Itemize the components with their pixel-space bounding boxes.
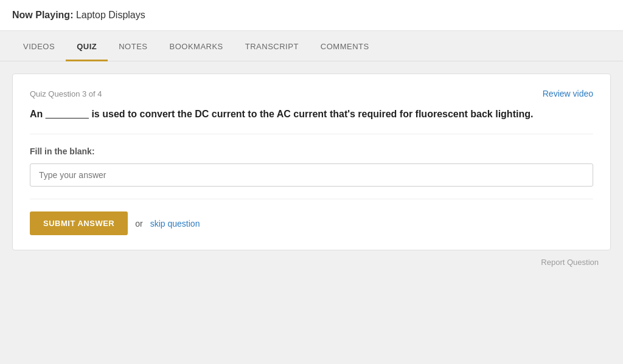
submit-answer-button[interactable]: SUBMIT ANSWER bbox=[30, 211, 128, 235]
now-playing-label: Now Playing: bbox=[12, 10, 73, 20]
tabs-bar: VIDEOS QUIZ NOTES BOOKMARKS TRANSCRIPT C… bbox=[0, 31, 623, 61]
question-part1: An bbox=[30, 109, 43, 119]
tab-quiz[interactable]: QUIZ bbox=[66, 31, 108, 61]
answer-input[interactable] bbox=[30, 163, 593, 187]
tab-transcript[interactable]: TRANSCRIPT bbox=[234, 31, 310, 61]
tab-notes[interactable]: NOTES bbox=[108, 31, 158, 61]
question-part2: is used to convert the DC current to the… bbox=[91, 109, 533, 119]
tab-videos[interactable]: VIDEOS bbox=[12, 31, 66, 61]
actions-row: SUBMIT ANSWER or skip question bbox=[30, 211, 593, 235]
now-playing-title: Laptop Displays bbox=[76, 10, 145, 20]
fill-in-label: Fill in the blank: bbox=[30, 146, 593, 156]
quiz-question: An ________ is used to convert the DC cu… bbox=[30, 107, 593, 134]
or-text: or bbox=[135, 219, 142, 228]
divider bbox=[30, 199, 593, 199]
report-row: Report Question bbox=[12, 250, 611, 274]
report-question-link[interactable]: Report Question bbox=[541, 258, 599, 267]
top-bar: Now Playing: Laptop Displays bbox=[0, 0, 623, 31]
quiz-header: Quiz Question 3 of 4 Review video bbox=[30, 89, 593, 98]
review-video-link[interactable]: Review video bbox=[543, 89, 593, 98]
question-blank: ________ bbox=[46, 109, 89, 119]
main-content: Quiz Question 3 of 4 Review video An ___… bbox=[0, 61, 623, 353]
quiz-progress: Quiz Question 3 of 4 bbox=[30, 89, 102, 98]
tab-bookmarks[interactable]: BOOKMARKS bbox=[158, 31, 234, 61]
quiz-card: Quiz Question 3 of 4 Review video An ___… bbox=[12, 74, 611, 250]
skip-question-link[interactable]: skip question bbox=[150, 219, 200, 228]
tab-comments[interactable]: COMMENTS bbox=[310, 31, 380, 61]
now-playing: Now Playing: Laptop Displays bbox=[12, 10, 611, 21]
